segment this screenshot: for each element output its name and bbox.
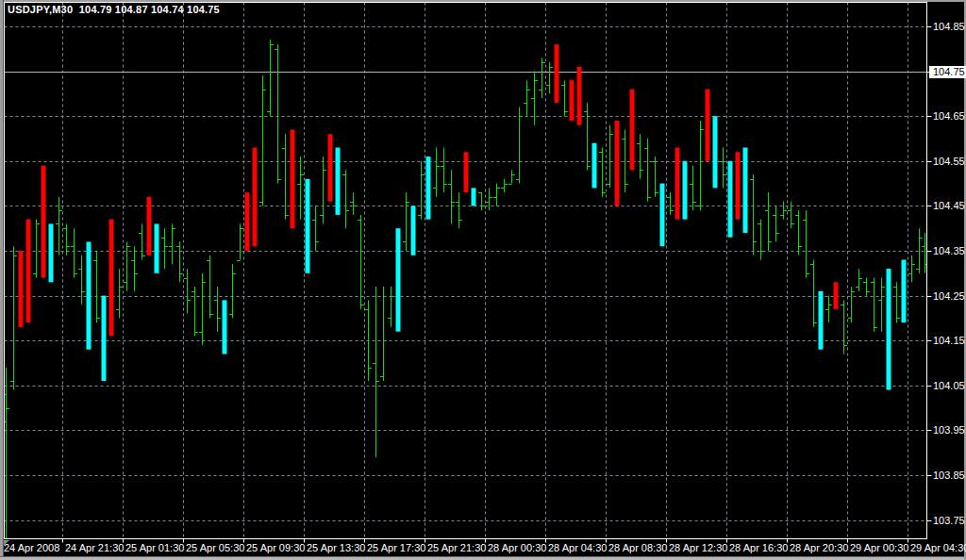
ohlc-bar bbox=[365, 300, 372, 381]
price-axis-label: 103.95 bbox=[933, 424, 965, 436]
price-axis-label: 104.55 bbox=[933, 156, 965, 168]
signal-bar-bullish bbox=[902, 260, 907, 323]
signal-bar-bullish bbox=[660, 184, 665, 247]
signal-bar-bullish bbox=[411, 206, 416, 255]
ohlc-bar bbox=[199, 273, 206, 345]
ohlc-bar bbox=[478, 192, 485, 210]
ohlc-bar bbox=[116, 269, 123, 318]
ohlc-bar bbox=[124, 241, 130, 290]
ohlc-bar bbox=[893, 282, 900, 322]
signal-bar-bearish bbox=[615, 121, 620, 206]
time-axis-label: 28 Apr 04:30 bbox=[548, 542, 607, 553]
signal-bar-bullish bbox=[336, 148, 341, 215]
ohlc-bar bbox=[561, 80, 568, 116]
signal-bar-bearish bbox=[109, 220, 114, 337]
price-axis-label: 103.85 bbox=[933, 469, 965, 482]
signal-bar-bearish bbox=[253, 148, 258, 247]
price-axis-label: 104.65 bbox=[933, 110, 965, 123]
time-axis-label: 28 Apr 08:30 bbox=[608, 542, 667, 553]
ohlc-bar bbox=[229, 264, 236, 318]
ohlc-bar bbox=[350, 192, 357, 215]
price-chart-canvas[interactable] bbox=[0, 0, 966, 560]
ohlc-bar bbox=[403, 192, 409, 251]
signal-bar-bearish bbox=[26, 220, 31, 322]
ohlc-bar bbox=[878, 278, 885, 332]
ohlc-bar bbox=[380, 287, 387, 381]
ohlc-bar bbox=[78, 255, 85, 305]
ohlc-bar bbox=[169, 223, 175, 264]
ohlc-bar bbox=[697, 121, 704, 210]
signal-bar-bearish bbox=[291, 129, 295, 228]
time-axis-label: 25 Apr 01:30 bbox=[125, 542, 184, 553]
ohlc-bar bbox=[373, 287, 379, 457]
signal-bar-bullish bbox=[683, 161, 688, 220]
ohlc-bar bbox=[848, 287, 855, 322]
ohlc-bar bbox=[312, 206, 319, 251]
time-axis-label: 25 Apr 21:30 bbox=[427, 542, 486, 553]
price-axis-label: 103.75 bbox=[933, 515, 965, 527]
ohlc-bar bbox=[644, 139, 651, 202]
ohlc-bar bbox=[773, 206, 779, 241]
ohlc-bar bbox=[214, 287, 221, 332]
ohlc-bar bbox=[765, 192, 772, 251]
signal-bar-bearish bbox=[834, 282, 839, 309]
ohlc-bar bbox=[237, 223, 243, 260]
time-axis-label: 25 Apr 09:30 bbox=[246, 542, 305, 553]
signal-bar-bearish bbox=[630, 90, 635, 171]
ohlc-bar bbox=[192, 287, 198, 336]
ohlc-bar bbox=[607, 125, 613, 189]
time-axis-label: 25 Apr 13:30 bbox=[307, 542, 365, 553]
window-edge-top bbox=[0, 0, 966, 2]
time-axis-label: 25 Apr 17:30 bbox=[367, 542, 425, 553]
time-axis-label: 28 Apr 16:30 bbox=[729, 542, 788, 553]
ohlc-bar bbox=[524, 80, 530, 116]
price-axis-label: 104.15 bbox=[933, 335, 965, 347]
signal-bar-bullish bbox=[728, 161, 733, 238]
ohlc-bar bbox=[275, 44, 281, 184]
ohlc-bar bbox=[780, 202, 787, 220]
ohlc-bar bbox=[825, 296, 832, 323]
ohlc-bar bbox=[184, 269, 191, 314]
time-axis-label: 25 Apr 05:30 bbox=[186, 542, 244, 553]
ohlc-bar bbox=[207, 255, 213, 319]
signal-bar-bullish bbox=[472, 188, 476, 206]
signal-bar-bullish bbox=[49, 223, 54, 282]
time-axis-label: 28 Apr 12:30 bbox=[669, 542, 727, 553]
ohlc-bar bbox=[584, 103, 591, 170]
ohlc-bar bbox=[856, 269, 862, 291]
ohlc-bar bbox=[720, 148, 726, 189]
ohlc-bar bbox=[750, 174, 757, 255]
ohlc-bar bbox=[448, 170, 455, 223]
ohlc-bar bbox=[297, 156, 304, 220]
ohlc-bar bbox=[71, 228, 77, 277]
signal-bar-bearish bbox=[245, 192, 250, 251]
ohlc-bar bbox=[493, 184, 500, 206]
ohlc-bar bbox=[131, 246, 138, 291]
time-axis-label: 28 Apr 20:30 bbox=[790, 542, 848, 553]
ohlc-bar bbox=[63, 223, 70, 255]
time-axis-label: 24 Apr 2008 bbox=[4, 542, 59, 553]
time-axis-label: 29 Apr 00:30 bbox=[850, 542, 908, 553]
ohlc-bar bbox=[433, 148, 440, 197]
price-bars bbox=[0, 40, 928, 542]
ohlc-bar bbox=[259, 75, 266, 206]
ohlc-bar bbox=[388, 287, 394, 327]
ohlc-bar bbox=[758, 220, 764, 260]
ohlc-bar bbox=[33, 220, 40, 278]
signal-bar-bullish bbox=[426, 156, 431, 220]
signal-bar-bearish bbox=[147, 197, 152, 255]
signal-bar-bearish bbox=[328, 134, 333, 201]
ohlc-bar bbox=[795, 210, 802, 255]
ohlc-bar bbox=[501, 179, 508, 192]
axis-ticks bbox=[3, 27, 932, 543]
ohlc-bar bbox=[508, 170, 515, 184]
ohlc-bar bbox=[667, 192, 674, 215]
ohlc-bar bbox=[531, 72, 538, 125]
price-axis-label: 104.05 bbox=[933, 380, 965, 392]
signal-bar-bearish bbox=[675, 148, 680, 220]
ohlc-bar bbox=[863, 278, 870, 296]
ohlc-bar bbox=[546, 62, 553, 93]
ohlc-bar bbox=[539, 58, 545, 98]
signal-bar-bearish bbox=[577, 67, 582, 125]
current-price-label: 104.75 bbox=[929, 66, 966, 78]
